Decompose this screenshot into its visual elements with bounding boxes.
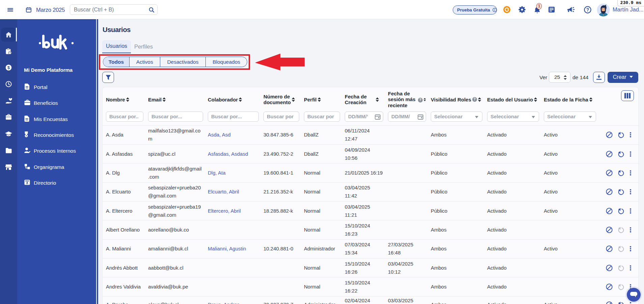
- svg-text:$: $: [7, 65, 10, 70]
- svg-text:?: ?: [586, 7, 589, 12]
